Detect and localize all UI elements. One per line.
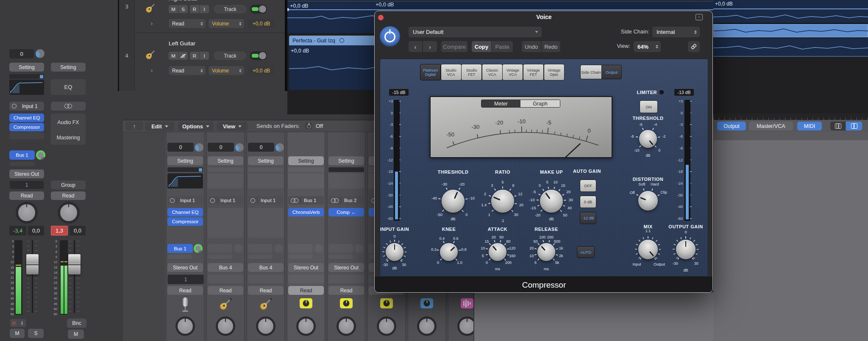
redo-button[interactable]: Redo [542, 41, 560, 52]
knob-makeup[interactable] [540, 190, 563, 213]
track-onoff-label[interactable]: Track [214, 5, 246, 13]
output-button[interactable]: Stereo Out [9, 169, 44, 178]
send-slot[interactable]: Bus 1 [167, 244, 193, 253]
eq-thumbnail[interactable] [328, 173, 364, 189]
channel-setting-button[interactable]: Setting [167, 156, 203, 165]
group-empty-slot[interactable] [288, 274, 324, 283]
fader-handle[interactable] [68, 254, 81, 274]
pan-mini-knob[interactable] [195, 143, 203, 152]
solo-button[interactable]: S [28, 329, 44, 338]
audio-region[interactable]: +0,0 dB [713, 0, 868, 23]
send-empty-slot[interactable] [208, 255, 232, 259]
send-level-knob[interactable] [194, 244, 203, 253]
channel-setting-button[interactable]: Setting [208, 156, 243, 165]
mute-button[interactable]: M [169, 5, 178, 13]
power-button[interactable] [380, 26, 400, 47]
undo-button[interactable]: Undo [522, 41, 541, 52]
record-button[interactable]: R [10, 319, 18, 327]
audio-fx-area[interactable]: Audio FX Mastering [51, 114, 86, 145]
automation-param-dropdown[interactable]: Volume [209, 66, 244, 75]
model-button-classic-vca[interactable]: Classic VCA [482, 64, 503, 80]
audio-region[interactable] [713, 38, 868, 57]
auto-gain-option-OFF[interactable]: OFF [580, 180, 596, 192]
group-empty-slot[interactable] [208, 274, 243, 283]
knob-distortion[interactable] [638, 191, 658, 211]
input-button[interactable]: Input 1 [167, 196, 203, 205]
automation-mode-button[interactable]: Read [208, 286, 243, 295]
pan-knob[interactable] [58, 202, 80, 224]
output-button[interactable]: Bus 4 [248, 263, 284, 272]
up-arrow-button[interactable]: ↑ [125, 122, 143, 130]
automation-value[interactable]: +0,0 dB [248, 19, 275, 28]
pan-mini-knob[interactable] [36, 49, 45, 58]
mute-button[interactable]: M [68, 330, 84, 339]
input-button[interactable]: Bus 1 [288, 196, 324, 205]
send-empty-slot[interactable] [328, 244, 353, 253]
knob-ratio[interactable] [491, 190, 514, 213]
send-empty-slot[interactable] [288, 255, 313, 259]
menu-view[interactable]: View [217, 122, 248, 131]
audio-fx-slot[interactable]: Compressor [167, 217, 203, 226]
channel-setting-button[interactable]: Setting [248, 156, 284, 165]
input-monitor-button[interactable]: I [200, 52, 209, 60]
automation-param-dropdown[interactable]: Volume [209, 19, 244, 28]
input-button[interactable]: Input 1 [9, 102, 44, 111]
channel-setting-button[interactable]: Setting [288, 156, 324, 165]
automation-mode-dropdown[interactable]: Read [169, 66, 206, 75]
pan-knob[interactable] [16, 202, 38, 224]
peak-display[interactable]: 0,0 [28, 226, 44, 236]
send-level-knob[interactable] [36, 150, 45, 160]
send-empty-slot[interactable] [248, 244, 273, 253]
gain-display[interactable]: 0 [167, 143, 194, 152]
audio-fx-slot[interactable]: Channel EQ [167, 208, 203, 216]
limiter-on-button[interactable]: ON [640, 100, 658, 113]
send-empty-slot[interactable] [167, 255, 192, 259]
monitor-tab-side-chain[interactable]: Side Chain [580, 65, 602, 79]
channel-setting-button[interactable]: Setting [328, 156, 364, 165]
automation-mode-button[interactable]: Read [248, 286, 284, 295]
auto-gain-option--12dB[interactable]: -12 dB [580, 212, 596, 224]
input-monitor-button[interactable]: I [18, 319, 26, 327]
channel-setting-button[interactable]: Setting [9, 63, 44, 72]
knob-lim-threshold[interactable] [639, 130, 657, 148]
bounce-button[interactable]: Bnc [67, 319, 86, 328]
menu-options[interactable]: Options [178, 122, 214, 131]
send-slot[interactable]: Bus 1 [9, 150, 35, 160]
pan-knob[interactable] [457, 316, 473, 336]
channel-setting-button[interactable]: Setting [51, 63, 86, 72]
two-columns-icon[interactable] [846, 122, 862, 130]
monitor-tab-output[interactable]: Output [601, 65, 622, 79]
knob-output-gain[interactable] [676, 240, 696, 259]
expand-icon[interactable]: ↑ [696, 14, 703, 20]
model-button-platinum-digital[interactable]: Platinum Digital [420, 64, 441, 80]
track-toggle[interactable] [250, 51, 267, 60]
eq-thumbnail[interactable] [167, 173, 203, 189]
model-button-vintage-vca[interactable]: Vintage VCA [502, 64, 523, 80]
automation-mode-button[interactable]: Read [328, 286, 364, 295]
sends-on-faders-value[interactable]: Off [316, 123, 323, 129]
track-name[interactable]: Right Guitar [169, 0, 228, 1]
fader-track[interactable] [32, 240, 33, 313]
automation-mode-dropdown[interactable]: Read [169, 19, 206, 28]
input-monitor-button[interactable]: I [200, 5, 209, 13]
audio-fx-empty-area[interactable] [248, 208, 284, 238]
model-button-vintage-opto[interactable]: Vintage Opto [544, 64, 565, 80]
side-chain-dropdown[interactable]: Internal [652, 27, 700, 37]
eq-slot[interactable]: EQ [51, 79, 86, 95]
track-toggle[interactable] [250, 5, 267, 14]
track-onoff-label[interactable]: Track [214, 52, 246, 60]
prev-preset-button[interactable]: ‹ [409, 41, 423, 52]
volume-display-alert[interactable]: 1,3 [51, 226, 68, 236]
model-button-vintage-fet[interactable]: Vintage FET [523, 64, 544, 80]
mute-button[interactable]: M [169, 52, 178, 60]
audio-fx-empty-area[interactable] [208, 208, 243, 238]
automation-mode-button[interactable]: Read [167, 286, 203, 295]
filter-midi[interactable]: MIDI [797, 122, 822, 130]
preset-dropdown[interactable]: User Default [409, 27, 542, 37]
knob-knee[interactable] [440, 243, 458, 261]
input-button[interactable]: Bus 2 [328, 196, 364, 205]
pan-knob[interactable] [417, 316, 437, 336]
record-button[interactable]: R [190, 5, 199, 13]
audio-fx-slot[interactable]: Comp ← [328, 208, 364, 216]
automation-mode-button[interactable]: Read [9, 191, 44, 200]
